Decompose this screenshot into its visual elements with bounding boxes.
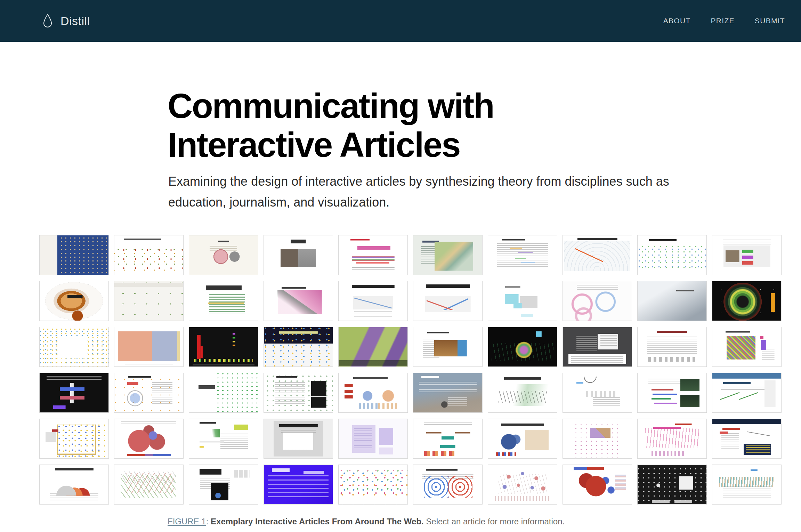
page-title-line-2: Interactive Articles — [168, 125, 494, 164]
thumb-you-draw-it-obama[interactable] — [413, 281, 483, 321]
thumb-resource-allocation-production[interactable] — [712, 373, 782, 413]
thumb-dot-density-article[interactable] — [39, 327, 109, 367]
page-title: Communicating with Interactive Articles — [168, 86, 494, 164]
thumb-see-for-yourself-market-chart[interactable] — [488, 373, 557, 413]
thumb-why-momentum-really-works[interactable] — [563, 235, 632, 275]
thumb-spend-rightmor-demo[interactable] — [264, 419, 333, 459]
thumb-us-migration-map[interactable] — [114, 281, 184, 321]
thumb-snow-fall[interactable] — [637, 281, 707, 321]
thumb-drought-stroke-lines[interactable] — [114, 465, 184, 505]
thumb-climate-globe-heatmap[interactable] — [39, 281, 109, 321]
thumb-rich-or-not-bar-chart[interactable] — [189, 281, 258, 321]
thumb-who-beat-the-market[interactable] — [114, 373, 184, 413]
thumb-variable-level-of-detail-documents[interactable] — [488, 235, 557, 275]
thumb-winding-path-coils[interactable] — [413, 465, 483, 505]
thumb-interactions-complex-systems[interactable] — [413, 373, 483, 413]
page-subtitle: Examining the design of interactive arti… — [168, 171, 697, 213]
thumb-college-mobility-density[interactable] — [264, 281, 333, 321]
thumb-conflict-map-article[interactable] — [413, 327, 483, 367]
figure-grid — [39, 235, 782, 505]
thumb-college-degree-scatterplot[interactable] — [114, 235, 184, 275]
thumb-dark-document-views[interactable] — [563, 327, 632, 367]
distill-logo-link[interactable]: Distill — [42, 13, 90, 29]
thumb-election-cartogram[interactable] — [114, 419, 184, 459]
thumb-parametric-press-masthead[interactable] — [189, 465, 258, 505]
top-navigation-bar: Distill ABOUT PRIZE SUBMIT — [0, 0, 801, 42]
thumb-global-temperature[interactable] — [712, 419, 782, 459]
figure-caption-bold: Exemplary Interactive Articles From Arou… — [211, 517, 424, 526]
thumb-drawing-circles-cultures[interactable] — [563, 281, 632, 321]
thumb-teachable-machine-blocks[interactable] — [712, 235, 782, 275]
thumb-how-yall-youse-you-guys-talk[interactable] — [488, 419, 557, 459]
thumb-3d-point-cloud-dark[interactable] — [488, 327, 557, 367]
thumb-financial-calculator-page[interactable] — [189, 419, 258, 459]
figure-1-link[interactable]: FIGURE 1 — [168, 517, 206, 526]
thumb-voting-systems-sandbox[interactable] — [39, 419, 109, 459]
water-drop-icon — [42, 13, 53, 29]
thumb-label-tiles[interactable] — [488, 281, 557, 321]
thumb-pixel-mosaic-chart[interactable] — [712, 327, 782, 367]
thumb-small-multiple-glyph-flowers[interactable] — [338, 465, 408, 505]
nav-link-submit[interactable]: SUBMIT — [755, 17, 785, 25]
thumb-dialect-triangle-scatter[interactable] — [563, 419, 632, 459]
logo-wordmark: Distill — [60, 14, 90, 28]
thumb-sine-wave-signal-doc[interactable] — [563, 373, 632, 413]
thumb-simulating-decisions-histograms[interactable] — [338, 373, 408, 413]
thumb-you-draw-it-drug-overdose[interactable] — [338, 281, 408, 321]
nav-link-about[interactable]: ABOUT — [663, 17, 691, 25]
thumb-dark-cluster-card[interactable] — [637, 465, 707, 505]
thumb-parametric-press-issue-01[interactable] — [264, 465, 333, 505]
thumb-embedding-scatter-dark-blue[interactable] — [39, 235, 109, 275]
thumb-group-decision-figures[interactable] — [413, 419, 483, 459]
figure-caption-separator: : — [206, 517, 211, 526]
page-title-line-1: Communicating with — [168, 86, 494, 125]
thumb-pink-spaghetti-lines[interactable] — [637, 419, 707, 459]
thumb-particle-trajectory-dark[interactable] — [39, 373, 109, 413]
thumb-the-eye[interactable] — [189, 235, 258, 275]
thumb-explorable-explanations[interactable] — [637, 327, 707, 367]
figure-caption: FIGURE 1: Exemplary Interactive Articles… — [168, 516, 689, 527]
thumb-moss-photos-code-article[interactable] — [637, 373, 707, 413]
thumb-isometric-city-game[interactable] — [338, 327, 408, 367]
thumb-nuclear-detonations-timeline[interactable] — [189, 327, 258, 367]
nav-link-prize[interactable]: PRIZE — [711, 17, 735, 25]
thumb-how-to-use-t-sne-effectively[interactable] — [637, 235, 707, 275]
thumb-election-map-and-bars[interactable] — [563, 465, 632, 505]
thumb-colorized-fourier-transform[interactable] — [338, 235, 408, 275]
header-nav: ABOUT PRIZE SUBMIT — [663, 17, 785, 25]
thumb-summer-temperatures-histogram[interactable] — [39, 465, 109, 505]
thumb-rain-shadows[interactable] — [413, 235, 483, 275]
figure-caption-rest: Select an article for more information. — [424, 517, 565, 526]
thumb-face-matrix-page[interactable] — [264, 235, 333, 275]
thumb-probability-decision-tree[interactable] — [488, 465, 557, 505]
thumb-neural-handwriting[interactable] — [712, 465, 782, 505]
thumb-purple-mobile-mockups[interactable] — [338, 419, 408, 459]
thumb-visual-intro-to-machine-learning[interactable] — [189, 373, 258, 413]
thumb-bbc-climate-radial[interactable] — [712, 281, 782, 321]
thumb-parable-of-the-polygons[interactable] — [264, 327, 333, 367]
thumb-treemap-article[interactable] — [114, 327, 184, 367]
thumb-beeswarm-code-panels[interactable] — [264, 373, 333, 413]
